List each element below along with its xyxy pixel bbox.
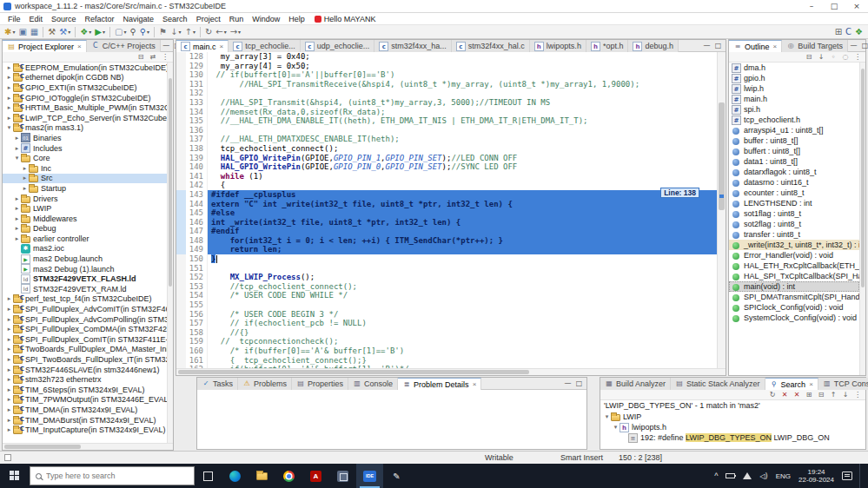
back-button[interactable]: ←▾ [214, 25, 228, 39]
open-perspective-button[interactable]: ⊞ [833, 25, 844, 39]
minimize-view-icon[interactable]: — [161, 42, 172, 49]
expand-arrow-icon[interactable]: ▸ [5, 386, 13, 393]
code-line-129[interactable]: 129 my_array[4] = 0x50; [176, 62, 717, 71]
tree-item-lwip[interactable]: ▸LWIP [3, 203, 167, 214]
outline-item-spi-h[interactable]: spi.h [729, 104, 859, 115]
cancel-search-button[interactable]: ✕ [779, 390, 791, 400]
scrollbar-thumb[interactable] [4, 445, 81, 449]
outline-item-ecounter-uint8-t[interactable]: ecounter : uint8_t [729, 188, 859, 198]
tree-item-spi-fullduplex-comit[interactable]: ▸SPI_FullDuplex_ComIT (in STM32F411E-Dis… [3, 334, 167, 345]
expand-arrow-icon[interactable]: ▸ [5, 64, 13, 71]
tab-problems[interactable]: ⚠Problems [238, 378, 292, 390]
tree-item-ethernet-dipok[interactable]: ▸ethernet dipok (in CGDB NB) [3, 73, 167, 83]
minimize-view-icon[interactable]: — [562, 379, 573, 387]
restore-button[interactable]: □ [823, 0, 845, 12]
taskbar-app-acrobat[interactable] [302, 464, 329, 488]
taskbar-app-pen-tool[interactable]: ✎ [383, 464, 410, 488]
tree-item-stm32f446slave[interactable]: ▸STM32F446SLAVE (in stm32446new1) [3, 365, 167, 375]
expand-arrow-icon[interactable]: ▸ [5, 316, 13, 323]
tree-item-stm32f429vetx-flash-ld[interactable]: STM32F429VETX_FLASH.ld [3, 274, 167, 284]
tray-expand-icon[interactable]: ^ [714, 472, 718, 480]
taskbar-search-box[interactable] [30, 466, 195, 485]
search-button[interactable]: ⚲▾ [138, 25, 151, 39]
menu-navigate[interactable]: Navigate [119, 15, 159, 23]
editor-vertical-scrollbar[interactable] [717, 52, 726, 368]
collapse-all-button[interactable]: ⊟ [815, 390, 827, 400]
tree-item-twoboards-fullduplex-dma-master-init[interactable]: ▸TwoBoards_FullDuplex_DMA_Master_Init (i… [3, 345, 167, 355]
debug-perspective-button[interactable]: ❖ [853, 25, 865, 39]
dropdown-caret-icon[interactable]: ▾ [68, 29, 70, 35]
code-line-143[interactable]: 143#ifdef __cplusplus [176, 190, 717, 200]
open-element-button[interactable]: ⚲ [128, 25, 137, 39]
tab-tcp-console[interactable]: ▥TCP Console [818, 378, 868, 390]
expand-arrow-icon[interactable]: ▾ [13, 155, 21, 162]
outline-item-sot1flag-uint8-t[interactable]: sot1flag : uint8_t [729, 208, 859, 219]
expand-arrow-icon[interactable]: ▸ [5, 306, 13, 313]
editor-horizontal-scrollbar[interactable] [176, 368, 726, 375]
expand-arrow-icon[interactable]: ▸ [5, 366, 13, 373]
outline-item-hal-spi-txcpltcallback-spi-handletypedef-void[interactable]: HAL_SPI_TxCpltCallback(SPI_HandleTypeDef… [729, 271, 859, 281]
tab-outline[interactable]: ≡Outline× [729, 40, 782, 52]
outline-item-spi-dmatransmitcplt-spi-handletypedef-void[interactable]: SPI_DMATransmitCplt(SPI_HandleTypeDef*) … [729, 292, 859, 302]
outline-item-buffer-uint8-t[interactable]: buffer : uint8_t[] [729, 135, 859, 146]
tree-item-mas2-debug-1-launch[interactable]: mas2 Debug (1).launch [3, 264, 167, 274]
expand-all-button[interactable]: ⊞ [803, 390, 815, 400]
search-tree-item-lwipopts-h[interactable]: ▾lwipopts.h [600, 422, 865, 432]
dropdown-caret-icon[interactable]: ▾ [103, 29, 105, 35]
remove-all-matches-button[interactable]: ✕ [791, 390, 803, 400]
code-line-148[interactable]: 148 for(int32_t i = 0; i < len; ++i) { I… [176, 236, 717, 246]
hide-fields-button[interactable]: ◦ [827, 52, 839, 63]
tab-c-c-projects[interactable]: CC/C++ Projects [87, 40, 161, 52]
taskbar-app-stm32cubeide[interactable]: IDE [356, 464, 383, 488]
expand-arrow-icon[interactable]: ▸ [5, 346, 13, 353]
code-line-137[interactable]: 137 //__HAL_ETH_DMATXDESC_ENABLE_IT(heth… [176, 135, 717, 144]
expand-arrow-icon[interactable]: ▸ [5, 74, 13, 81]
tree-item-inc[interactable]: ▸Inc [3, 163, 167, 174]
code-line-133[interactable]: 133 //HAL_SPI_Transmit(&hspi4, (uint8_t*… [176, 98, 717, 108]
outline-item-dma-h[interactable]: dma.h [729, 63, 859, 73]
collapse-all-button[interactable]: ⊟ [803, 52, 815, 63]
expand-arrow-icon[interactable]: ▸ [5, 376, 13, 383]
code-line-157[interactable]: 157 // if(echoclient_pcb != NULL) [176, 319, 717, 328]
expand-arrow-icon[interactable]: ▸ [13, 215, 21, 222]
tree-item-stm32f429vetx-ram-ld[interactable]: STM32F429VETX_RAM.ld [3, 284, 167, 294]
code-line-146[interactable]: 146int _write(int32_t file, uint8_t *ptr… [176, 218, 717, 228]
minimize-button[interactable]: – [800, 0, 823, 12]
editor-tab-lwipopts-h[interactable]: lwipopts.h [530, 40, 586, 52]
outline-vertical-scrollbar[interactable] [859, 63, 865, 375]
outline-item-datarxflagok-uint8-t[interactable]: datarxflagok : uint8_t [729, 167, 859, 177]
outline-item-systemclock-config-void-void[interactable]: SystemClock_Config(void) : void [729, 313, 859, 323]
run-search-again-button[interactable]: ↻ [766, 390, 779, 400]
hide-static-members-button[interactable]: ◌ [839, 52, 851, 63]
tree-item-middlewares[interactable]: ▸Middlewares [3, 214, 167, 224]
outline-item-hal-eth-rxcpltcallback-eth-handletypedef-void[interactable]: HAL_ETH_RxCpltCallback(ETH_HandleTypeDef… [729, 260, 859, 271]
tab-search[interactable]: ⚲Search× [765, 378, 818, 390]
tree-item-gpio-iotoggle[interactable]: ▸GPIO_IOToggle (in STM32CubeIDE) [3, 93, 167, 103]
menu-project[interactable]: Project [192, 15, 225, 23]
code-line-154[interactable]: 154 /* USER CODE END WHILE */ [176, 291, 717, 300]
expand-arrow-icon[interactable]: ▾ [603, 413, 611, 420]
close-icon[interactable]: × [809, 380, 813, 388]
code-line-134[interactable]: 134 //memset(Rx_data,0,sizeof(Rx_data); [176, 108, 717, 117]
expand-arrow-icon[interactable]: ▸ [5, 115, 13, 122]
volume-icon[interactable]: ◁) [759, 472, 767, 480]
tree-item-hrtim-basic-multiple-pwm[interactable]: ▸HRTIM_Basic_Multiple_PWM (in STM32CubeI… [3, 102, 167, 113]
tab-problem-details[interactable]: ≣Problem Details× [398, 378, 481, 390]
tree-item-stm32h723-ethernetrx[interactable]: ▸stm32h723 ethernetrx [3, 374, 167, 385]
expand-arrow-icon[interactable]: ▸ [13, 195, 21, 202]
build-all-button[interactable]: ⚒ [46, 25, 57, 39]
outline-item-main-void-int[interactable]: main(void) : int [729, 281, 859, 292]
expand-arrow-icon[interactable]: ▸ [13, 225, 21, 232]
view-menu-button[interactable]: ⋮ [851, 390, 864, 400]
scrollbar-thumb[interactable] [861, 69, 865, 287]
editor-tab-debug-h[interactable]: debug.h [628, 40, 679, 52]
expand-arrow-icon[interactable]: ▸ [13, 235, 21, 242]
menu-window[interactable]: Window [248, 15, 284, 23]
code-editor[interactable]: 128 my_array[3] = 0x40;129 my_array[4] =… [176, 52, 726, 368]
code-line-131[interactable]: 131 //HAL_SPI_TransmitReceive(&hspi4, (u… [176, 80, 717, 89]
tree-item-tim-dmaburst[interactable]: ▸TIM_DMABurst (in STM324x9I_EVAL) [3, 415, 167, 425]
tree-item-core[interactable]: ▾Core [3, 153, 167, 163]
code-line-147[interactable]: 147#endif [176, 227, 717, 236]
previous-annotation-button[interactable]: ↑▾ [182, 25, 196, 39]
toggle-bookmark-button[interactable]: ⚑ [157, 25, 169, 39]
